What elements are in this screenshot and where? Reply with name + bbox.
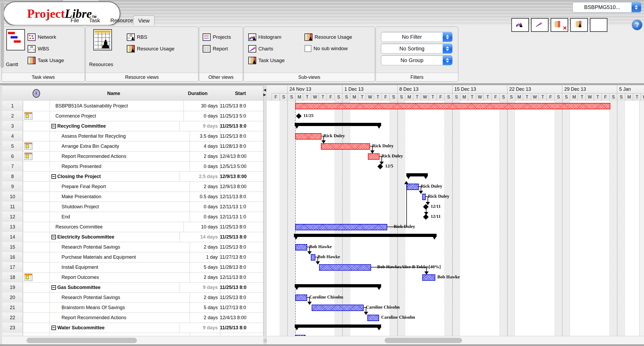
- gantt-milestone[interactable]: [296, 113, 302, 119]
- splitter-left-arrow-icon[interactable]: ◀: [263, 88, 266, 92]
- header-start[interactable]: Start: [218, 85, 263, 101]
- task-duration-cell[interactable]: 4 days: [178, 141, 220, 152]
- row-number[interactable]: 9: [2, 181, 23, 192]
- gantt-task-bar[interactable]: [295, 133, 321, 140]
- task-duration-cell[interactable]: 5 days: [178, 302, 220, 313]
- gantt-task-bar[interactable]: [368, 153, 380, 160]
- filter-select[interactable]: No Filter: [381, 32, 452, 42]
- task-start-cell[interactable]: 11/25/13 8:0: [218, 101, 263, 111]
- task-name-cell[interactable]: Electricity Subcommittee: [50, 232, 180, 242]
- row-number[interactable]: 21: [2, 302, 23, 313]
- task-usage-subview-button[interactable]: Task Usage: [248, 57, 285, 64]
- task-name-cell[interactable]: Closing the Project: [50, 171, 180, 182]
- gantt-task-bar[interactable]: [422, 274, 435, 281]
- task-start-cell[interactable]: 12/11/13 1:0: [218, 202, 263, 212]
- collapse-toggle[interactable]: [51, 326, 56, 330]
- table-row[interactable]: 7Reports Presented0 days12/5/13 5:00: [2, 161, 263, 171]
- sorting-select[interactable]: No Sorting: [381, 44, 452, 54]
- row-number[interactable]: 16: [2, 252, 23, 262]
- task-start-cell[interactable]: 12/4/13 8:00: [218, 151, 263, 162]
- row-number[interactable]: 22: [2, 313, 23, 323]
- row-number[interactable]: 18: [2, 272, 23, 283]
- gantt-task-bar[interactable]: [367, 315, 379, 321]
- splitter-right-arrow-icon[interactable]: ▶: [263, 93, 266, 96]
- table-row[interactable]: 9Prepare Final Report2 days12/9/13 8:00: [2, 181, 263, 192]
- row-number[interactable]: 5: [2, 141, 23, 152]
- task-start-cell[interactable]: 11/25/13 8:0: [218, 242, 263, 252]
- task-name-cell[interactable]: Assess Potential for Recycling: [50, 131, 190, 141]
- gantt-task-bar[interactable]: [295, 244, 307, 250]
- row-number[interactable]: 10: [2, 192, 23, 202]
- task-start-cell[interactable]: 12/11/13 8:0: [218, 192, 263, 202]
- table-row[interactable]: 13Resources Committee10 days11/25/13 8:0: [2, 222, 263, 232]
- task-start-cell[interactable]: 12/9/13 8:00: [218, 181, 263, 192]
- table-row[interactable]: 14Electricity Subcommittee14 days11/25/1…: [2, 232, 263, 242]
- table-row[interactable]: 3Recycling Committee9 days11/25/13 8:0: [2, 121, 263, 131]
- row-number[interactable]: 6: [2, 151, 23, 162]
- task-name-cell[interactable]: Shutdown Project: [50, 202, 190, 212]
- resource-usage-view-button[interactable]: Resource Usage: [127, 45, 175, 53]
- table-row[interactable]: 20Research Potential Savings2 days11/25/…: [2, 292, 263, 302]
- task-start-cell[interactable]: 11/25/13 8:0: [218, 121, 263, 131]
- task-name-cell[interactable]: Recycling Committee: [50, 121, 180, 131]
- gantt-hscrollbar-thumb[interactable]: [385, 338, 462, 343]
- row-number[interactable]: 14: [2, 232, 23, 242]
- stepper-icon[interactable]: [443, 44, 452, 53]
- task-duration-cell[interactable]: 2 days: [178, 272, 220, 283]
- histogram-view-icon[interactable]: [511, 18, 529, 32]
- task-name-cell[interactable]: Make Presentation: [50, 192, 190, 202]
- tab-task[interactable]: Task: [84, 15, 105, 25]
- table-row[interactable]: 21Brainstorm Means Of Savings5 days11/27…: [2, 302, 263, 313]
- task-duration-cell[interactable]: 30 days: [178, 101, 220, 111]
- row-number[interactable]: 24: [2, 333, 23, 336]
- task-start-cell[interactable]: 11/25/13 8:0: [218, 333, 263, 336]
- row-number[interactable]: 4: [2, 131, 23, 141]
- task-name-cell[interactable]: Arrange Extra Bin Capacity: [50, 141, 190, 152]
- task-name-cell[interactable]: Prepare Final Report: [50, 181, 190, 192]
- row-number[interactable]: 19: [2, 282, 23, 293]
- task-duration-cell[interactable]: 2.5 days: [178, 171, 220, 182]
- table-row[interactable]: 1BSBPB510A Sustainability Project30 days…: [2, 101, 263, 111]
- stepper-icon[interactable]: [443, 32, 452, 42]
- task-duration-cell[interactable]: 0 days: [178, 161, 220, 172]
- row-number[interactable]: 3: [2, 121, 23, 131]
- task-start-cell[interactable]: 11/27/13 8:0: [218, 302, 263, 313]
- table-row[interactable]: 24Research Potential Savings2 days11/25/…: [2, 333, 263, 336]
- task-duration-cell[interactable]: 3.5 days: [178, 131, 220, 141]
- table-row[interactable]: 17Install Equipment5 days11/28/13 8:0: [2, 262, 263, 272]
- task-duration-cell[interactable]: 9 days: [178, 323, 220, 333]
- task-name-cell[interactable]: Commence Project: [50, 111, 184, 121]
- gantt-task-bar[interactable]: [311, 254, 315, 261]
- gantt-task-bar[interactable]: [295, 295, 307, 301]
- task-duration-cell[interactable]: 9 days: [178, 282, 220, 293]
- task-duration-cell[interactable]: 5 days: [178, 262, 220, 273]
- splitter-knob[interactable]: [264, 339, 267, 342]
- table-row[interactable]: 12End0 days12/11/13 1:0: [2, 212, 263, 222]
- task-duration-cell[interactable]: 2 days: [178, 333, 220, 336]
- table-row[interactable]: 11Shutdown Project0 days12/11/13 1:0: [2, 202, 263, 212]
- task-name-cell[interactable]: Gas Subcommittee: [50, 282, 180, 293]
- collapse-toggle[interactable]: [51, 124, 56, 128]
- task-name-cell[interactable]: Report Recommended Actions: [50, 151, 190, 162]
- gantt-task-bar[interactable]: [422, 194, 426, 200]
- task-name-cell[interactable]: Research Potential Savings: [50, 333, 190, 336]
- task-name-cell[interactable]: Install Equipment: [50, 262, 190, 273]
- report-view-button[interactable]: Report: [203, 45, 228, 53]
- gantt-task-bar[interactable]: [295, 224, 387, 230]
- row-number[interactable]: 17: [2, 262, 23, 273]
- network-view-button[interactable]: Network: [28, 33, 56, 41]
- task-name-cell[interactable]: Research Potential Savings: [50, 292, 190, 303]
- row-number[interactable]: 2: [2, 111, 23, 121]
- histogram-subview-button[interactable]: Histogram: [248, 33, 281, 41]
- task-usage-close-icon[interactable]: ✕: [551, 18, 568, 32]
- projects-view-button[interactable]: Projects: [203, 33, 231, 41]
- task-start-cell[interactable]: 12/9/13 8:00: [218, 171, 263, 182]
- header-info[interactable]: i: [23, 85, 50, 101]
- task-name-cell[interactable]: Report Outcomes: [50, 272, 190, 283]
- collapse-toggle[interactable]: [51, 235, 56, 239]
- table-row[interactable]: 18Report Outcomes2 days12/11/13 8:0: [2, 272, 263, 282]
- task-duration-cell[interactable]: 14 days: [178, 232, 220, 242]
- task-duration-cell[interactable]: 9 days: [178, 121, 220, 131]
- task-start-cell[interactable]: 11/25/13 8:0: [218, 131, 263, 141]
- gantt-vscrollbar-thumb[interactable]: [1, 2, 4, 68]
